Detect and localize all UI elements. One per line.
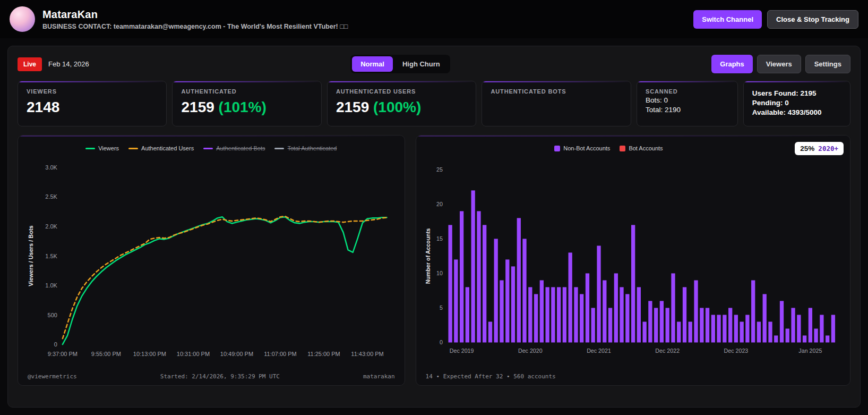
stat-label: VIEWERS bbox=[27, 88, 158, 95]
square-swatch-icon bbox=[554, 146, 560, 151]
svg-text:11:25:00 PM: 11:25:00 PM bbox=[307, 351, 340, 357]
svg-text:Dec 2019: Dec 2019 bbox=[449, 348, 474, 354]
live-badge: Live bbox=[18, 57, 42, 71]
tab-viewers[interactable]: Viewers bbox=[757, 55, 801, 73]
line-chart-header: Viewers Authenticated Users Authenticate… bbox=[24, 141, 398, 156]
accounts-chart-card: Non-Bot Accounts Bot Accounts 25% 2020+ … bbox=[416, 135, 850, 386]
line-chart-body: 05001.0K1.5K2.0K2.5K3.0K9:37:00 PM9:55:0… bbox=[24, 157, 398, 371]
svg-text:1.5K: 1.5K bbox=[45, 253, 57, 259]
svg-text:20: 20 bbox=[436, 201, 443, 207]
stat-percent: (100%) bbox=[373, 99, 421, 115]
svg-text:9:37:00 PM: 9:37:00 PM bbox=[48, 351, 78, 357]
svg-text:Dec 2021: Dec 2021 bbox=[587, 348, 611, 354]
svg-text:1.0K: 1.0K bbox=[45, 282, 57, 289]
stat-percent: (101%) bbox=[219, 99, 267, 115]
line-swatch-icon bbox=[203, 148, 213, 149]
expected-accounts-text: 14 • Expected After 32 • 560 accounts bbox=[426, 373, 556, 380]
mode-high-churn-button[interactable]: High Churn bbox=[394, 56, 449, 72]
controls-row: Live Feb 14, 2026 Normal High Churn Grap… bbox=[18, 55, 850, 73]
svg-text:500: 500 bbox=[48, 312, 57, 318]
legend-item-total-authenticated[interactable]: Total Authenticated bbox=[274, 145, 337, 151]
legend-item-authenticated-users[interactable]: Authenticated Users bbox=[128, 145, 194, 151]
mode-toggle: Normal High Churn bbox=[350, 55, 450, 73]
switch-channel-button[interactable]: Switch Channel bbox=[693, 10, 762, 29]
stat-card-authenticated-users: AUTHENTICATED USERS 2159 (100%) bbox=[327, 81, 476, 126]
view-switcher: Graphs Viewers Settings bbox=[711, 55, 850, 73]
bar-chart-body: 0510152025Dec 2019Dec 2020Dec 2021Dec 20… bbox=[423, 157, 844, 371]
legend-item-bot-accounts[interactable]: Bot Accounts bbox=[620, 145, 663, 151]
svg-text:2.5K: 2.5K bbox=[45, 193, 57, 200]
available: Available: 4393/5000 bbox=[752, 108, 841, 116]
stat-card-authenticated-bots: AUTHENTICATED BOTS bbox=[482, 81, 631, 126]
svg-text:11:43:00 PM: 11:43:00 PM bbox=[351, 351, 383, 357]
dashboard-panel: Live Feb 14, 2026 Normal High Churn Grap… bbox=[7, 46, 861, 408]
svg-text:5: 5 bbox=[440, 304, 443, 311]
stat-value: 2148 bbox=[27, 99, 158, 116]
users-found: Users Found: 2195 bbox=[752, 89, 841, 97]
svg-text:11:07:00 PM: 11:07:00 PM bbox=[264, 351, 296, 357]
stats-row: VIEWERS 2148 AUTHENTICATED 2159 (101%) A… bbox=[18, 81, 850, 126]
stat-label: AUTHENTICATED USERS bbox=[336, 88, 467, 95]
stat-label: SCANNED bbox=[646, 88, 729, 95]
stat-card-viewers: VIEWERS 2148 bbox=[18, 81, 167, 126]
watermark-channel: matarakan bbox=[363, 373, 395, 380]
bar-chart-legend: Non-Bot Accounts Bot Accounts bbox=[423, 145, 795, 151]
channel-title: MataraKan bbox=[42, 9, 348, 21]
svg-text:3.0K: 3.0K bbox=[45, 164, 57, 171]
svg-text:9:55:00 PM: 9:55:00 PM bbox=[91, 351, 121, 357]
line-swatch-icon bbox=[274, 148, 284, 149]
svg-text:25: 25 bbox=[436, 166, 443, 173]
tab-graphs[interactable]: Graphs bbox=[711, 55, 753, 73]
line-chart-footer: @viewermetrics Started: 2/14/2026, 9:35:… bbox=[24, 371, 398, 381]
svg-text:15: 15 bbox=[436, 235, 443, 242]
legend-item-viewers[interactable]: Viewers bbox=[85, 145, 119, 151]
svg-text:Dec 2022: Dec 2022 bbox=[655, 348, 680, 354]
stat-card-accounts: Users Found: 2195 Pending: 0 Available: … bbox=[743, 81, 850, 126]
svg-text:Viewers / Users / Bots: Viewers / Users / Bots bbox=[28, 225, 34, 286]
watermark-left: @viewermetrics bbox=[28, 373, 77, 380]
channel-avatar[interactable] bbox=[10, 6, 35, 32]
line-swatch-icon bbox=[128, 148, 138, 149]
legend-item-non-bot-accounts[interactable]: Non-Bot Accounts bbox=[554, 145, 610, 151]
scanned-bots: Bots: 0 bbox=[646, 96, 729, 104]
mode-normal-button[interactable]: Normal bbox=[352, 56, 393, 72]
legend-item-authenticated-bots[interactable]: Authenticated Bots bbox=[203, 145, 265, 151]
svg-text:0: 0 bbox=[54, 341, 57, 348]
stat-card-scanned: SCANNED Bots: 0 Total: 2190 bbox=[637, 81, 738, 126]
svg-text:10:31:00 PM: 10:31:00 PM bbox=[177, 351, 210, 357]
accounts-bar-chart: 0510152025Dec 2019Dec 2020Dec 2021Dec 20… bbox=[423, 157, 844, 371]
stat-value: 2159 (100%) bbox=[336, 99, 467, 116]
svg-text:Dec 2020: Dec 2020 bbox=[518, 348, 543, 354]
stat-label: AUTHENTICATED bbox=[181, 88, 312, 95]
svg-text:0: 0 bbox=[440, 339, 443, 345]
pending: Pending: 0 bbox=[752, 99, 841, 107]
scanned-total: Total: 2190 bbox=[646, 106, 729, 114]
svg-text:10:13:00 PM: 10:13:00 PM bbox=[133, 351, 166, 357]
square-swatch-icon bbox=[620, 146, 625, 151]
line-swatch-icon bbox=[85, 148, 95, 149]
line-chart-legend: Viewers Authenticated Users Authenticate… bbox=[24, 145, 398, 151]
svg-text:Jan 2025: Jan 2025 bbox=[798, 348, 822, 354]
tab-settings[interactable]: Settings bbox=[805, 55, 850, 73]
svg-text:2.0K: 2.0K bbox=[45, 223, 57, 230]
bar-chart-footer: 14 • Expected After 32 • 560 accounts bbox=[423, 371, 844, 381]
stat-value: 2159 (101%) bbox=[181, 99, 312, 116]
viewers-chart-card: Viewers Authenticated Users Authenticate… bbox=[18, 135, 405, 386]
header: MataraKan BUSINESS CONTACT: teammataraka… bbox=[0, 0, 868, 38]
svg-text:10: 10 bbox=[436, 270, 443, 276]
stream-status: Live Feb 14, 2026 bbox=[18, 57, 89, 71]
bar-chart-header: Non-Bot Accounts Bot Accounts 25% 2020+ bbox=[423, 141, 844, 156]
channel-info: MataraKan BUSINESS CONTACT: teammataraka… bbox=[42, 9, 348, 30]
viewers-line-chart: 05001.0K1.5K2.0K2.5K3.0K9:37:00 PM9:55:0… bbox=[24, 157, 398, 371]
started-timestamp: Started: 2/14/2026, 9:35:29 PM UTC bbox=[160, 373, 280, 380]
accounts-2020-badge: 25% 2020+ bbox=[795, 142, 844, 155]
close-stop-tracking-button[interactable]: Close & Stop Tracking bbox=[767, 10, 858, 29]
svg-text:Number of Accounts: Number of Accounts bbox=[424, 228, 431, 284]
svg-text:Dec 2023: Dec 2023 bbox=[724, 348, 748, 354]
stat-card-authenticated: AUTHENTICATED 2159 (101%) bbox=[172, 81, 321, 126]
charts-row: Viewers Authenticated Users Authenticate… bbox=[18, 135, 850, 386]
channel-subtitle: BUSINESS CONTACT: teammatarakan@wmeagenc… bbox=[42, 23, 348, 30]
stat-label: AUTHENTICATED BOTS bbox=[491, 88, 622, 95]
svg-text:10:49:00 PM: 10:49:00 PM bbox=[220, 351, 253, 357]
stream-date: Feb 14, 2026 bbox=[48, 60, 89, 68]
